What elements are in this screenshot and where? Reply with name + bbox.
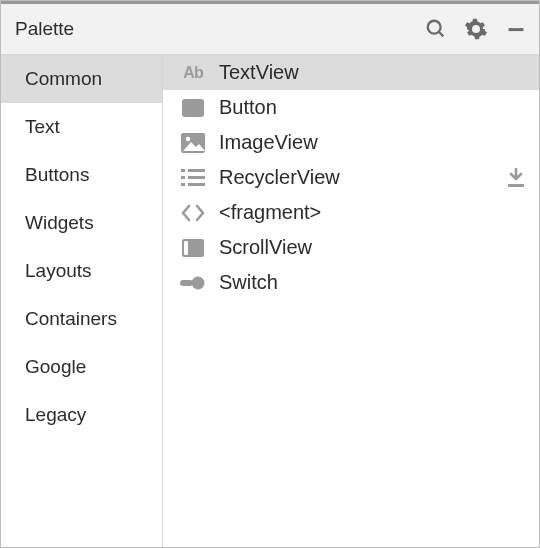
- sidebar-item-layouts[interactable]: Layouts: [1, 247, 162, 295]
- switch-icon: [179, 272, 207, 294]
- sidebar-item-google[interactable]: Google: [1, 343, 162, 391]
- svg-rect-5: [181, 169, 185, 172]
- rect-icon: [179, 97, 207, 119]
- panel-header: Palette: [1, 1, 539, 55]
- svg-rect-8: [188, 176, 205, 179]
- component-switch[interactable]: Switch: [163, 265, 539, 300]
- sidebar-item-legacy[interactable]: Legacy: [1, 391, 162, 439]
- svg-rect-2: [509, 28, 524, 31]
- header-actions: [423, 16, 529, 42]
- svg-rect-7: [181, 176, 185, 179]
- list-icon: [179, 167, 207, 189]
- sidebar-item-label: Legacy: [25, 404, 86, 425]
- component-label: ScrollView: [219, 236, 527, 259]
- component-button[interactable]: Button: [163, 90, 539, 125]
- sidebar-item-label: Layouts: [25, 260, 92, 281]
- component-imageview[interactable]: ImageView: [163, 125, 539, 160]
- minimize-icon[interactable]: [503, 16, 529, 42]
- svg-point-0: [428, 21, 441, 34]
- svg-line-1: [439, 32, 444, 37]
- component-label: <fragment>: [219, 201, 527, 224]
- category-sidebar: CommonTextButtonsWidgetsLayoutsContainer…: [1, 55, 163, 547]
- image-icon: [179, 132, 207, 154]
- sidebar-item-label: Text: [25, 116, 60, 137]
- search-icon[interactable]: [423, 16, 449, 42]
- gear-icon[interactable]: [463, 16, 489, 42]
- component-label: Button: [219, 96, 527, 119]
- svg-rect-6: [188, 169, 205, 172]
- sidebar-item-text[interactable]: Text: [1, 103, 162, 151]
- sidebar-item-label: Common: [25, 68, 102, 89]
- download-icon[interactable]: [505, 167, 527, 189]
- sidebar-item-label: Google: [25, 356, 86, 377]
- palette-panel: Palette CommonTextButtonsWidgetsLayouts: [0, 0, 540, 548]
- sidebar-item-widgets[interactable]: Widgets: [1, 199, 162, 247]
- svg-rect-10: [188, 183, 205, 186]
- svg-rect-9: [181, 183, 185, 186]
- component-label: TextView: [219, 61, 527, 84]
- sidebar-item-label: Widgets: [25, 212, 94, 233]
- component-recyclerview[interactable]: RecyclerView: [163, 160, 539, 195]
- component-fragment[interactable]: <fragment>: [163, 195, 539, 230]
- component-label: ImageView: [219, 131, 527, 154]
- panel-title: Palette: [15, 18, 423, 40]
- sidebar-item-label: Buttons: [25, 164, 89, 185]
- sidebar-item-common[interactable]: Common: [1, 55, 162, 103]
- component-scrollview[interactable]: ScrollView: [163, 230, 539, 265]
- sidebar-item-label: Containers: [25, 308, 117, 329]
- sidebar-item-buttons[interactable]: Buttons: [1, 151, 162, 199]
- component-textview[interactable]: AbTextView: [163, 55, 539, 90]
- component-list: AbTextViewButtonImageViewRecyclerView<fr…: [163, 55, 539, 547]
- svg-point-13: [192, 276, 205, 289]
- code-icon: [179, 202, 207, 224]
- svg-rect-11: [508, 184, 524, 187]
- component-label: RecyclerView: [219, 166, 493, 189]
- sidebar-item-containers[interactable]: Containers: [1, 295, 162, 343]
- panel-body: CommonTextButtonsWidgetsLayoutsContainer…: [1, 55, 539, 547]
- ab-icon: Ab: [179, 62, 207, 84]
- svg-point-4: [186, 136, 190, 140]
- component-label: Switch: [219, 271, 527, 294]
- scroll-icon: [179, 237, 207, 259]
- svg-rect-12: [180, 280, 193, 286]
